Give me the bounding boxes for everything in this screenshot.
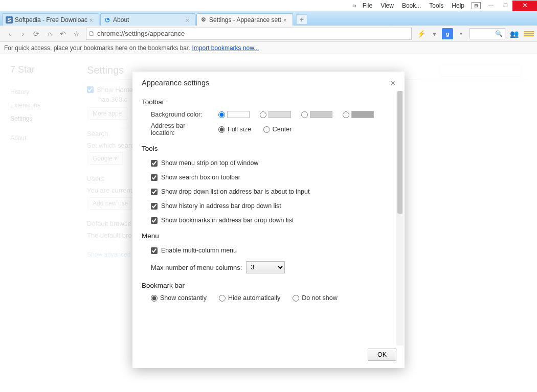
addrloc-label: Address bar location: (151, 122, 210, 136)
bgcolor-radio-2[interactable] (260, 111, 266, 118)
minimize-button[interactable]: — (484, 1, 498, 11)
addr-dropdown[interactable]: ▾ (428, 28, 440, 40)
scroll-thumb[interactable] (397, 91, 402, 214)
panel-icon[interactable]: ⊞ (472, 2, 481, 9)
bgcolor-radio-1[interactable] (218, 111, 225, 118)
tab-close-icon[interactable]: × (186, 17, 192, 23)
menu-help[interactable]: Help (448, 2, 468, 9)
addrloc-full-label: Full size (228, 126, 251, 133)
check-history-dd[interactable] (151, 203, 158, 210)
addrloc-center-radio[interactable] (263, 126, 270, 133)
addrloc-center-label: Center (273, 126, 292, 133)
menubar: » File View Book... Tools Help ⊞ (351, 2, 484, 9)
check-search-box[interactable] (151, 174, 158, 181)
bgcolor-label: Background color: (151, 111, 210, 118)
check-dropdown-input[interactable] (151, 189, 158, 195)
bgcolor-radio-3[interactable] (301, 111, 308, 118)
tab-about[interactable]: ◔ About × (100, 13, 195, 26)
modal-scrollbar[interactable] (396, 91, 404, 345)
favicon-gear-icon: ⚙ (200, 16, 207, 24)
check-bookmarks-dd[interactable] (151, 217, 158, 224)
menu-file[interactable]: File (359, 2, 376, 9)
check-enable-multicol[interactable] (151, 247, 158, 254)
menubar-overflow[interactable]: » (351, 2, 359, 9)
window-buttons: — ☐ ✕ (484, 1, 537, 11)
swatch-dark-icon (351, 111, 374, 118)
menu-bookmarks[interactable]: Book... (398, 2, 425, 9)
tab-softpedia[interactable]: S Softpedia - Free Downloac × (2, 13, 99, 26)
swatch-white-icon (227, 111, 250, 118)
check-menu-strip-label: Show menu strip on top of window (161, 159, 258, 167)
bookmark-heading: Bookmark bar (142, 282, 391, 289)
ok-button[interactable]: OK (368, 349, 396, 361)
menu-button[interactable] (524, 31, 534, 36)
appearance-modal: Appearance settings × Toolbar Background… (132, 72, 405, 368)
check-search-box-label: Show search box on toolbar (161, 174, 240, 181)
import-bookmarks-link[interactable]: Import bookmarks now... (192, 44, 259, 52)
users-icon[interactable]: 👥 (508, 28, 520, 40)
bgcolor-radio-4[interactable] (343, 111, 349, 118)
globe-icon: 🗋 (88, 30, 95, 37)
menu-heading: Menu (142, 232, 391, 240)
swatch-light-icon (268, 111, 291, 118)
undo-button[interactable]: ↶ (57, 28, 69, 40)
toolbar: ‹ › ⟳ ⌂ ↶ ☆ 🗋 ⚡ ▾ g ▾ 🔍 👥 (0, 26, 537, 42)
modal-body: Toolbar Background color: Address bar lo… (132, 90, 405, 344)
tab-title: About (113, 16, 184, 24)
addrloc-full-radio[interactable] (218, 126, 225, 133)
toolbar-heading: Toolbar (142, 98, 391, 106)
tabstrip: S Softpedia - Free Downloac × ◔ About × … (0, 11, 537, 26)
bm-hide-radio[interactable] (219, 295, 226, 302)
maximize-button[interactable]: ☐ (498, 1, 512, 11)
search-engine-dropdown[interactable]: ▾ (455, 28, 467, 40)
bm-show-radio[interactable] (151, 295, 158, 302)
menu-view[interactable]: View (376, 2, 398, 9)
bm-hide-label: Hide automatically (228, 294, 280, 302)
titlebar: » File View Book... Tools Help ⊞ — ☐ ✕ (0, 0, 537, 11)
tab-title: Softpedia - Free Downloac (15, 16, 87, 24)
tab-title: Settings - Appearance sett (209, 16, 281, 24)
check-enable-multicol-label: Enable multi-column menu (161, 247, 237, 254)
bm-none-label: Do not show (302, 294, 337, 302)
home-button[interactable]: ⌂ (43, 28, 56, 40)
bookmark-bar: For quick access, place your bookmarks h… (0, 42, 537, 54)
check-dropdown-input-label: Show drop down list on address bar is ab… (161, 188, 309, 195)
tab-settings[interactable]: ⚙ Settings - Appearance sett × (196, 13, 293, 26)
check-bookmarks-dd-label: Show bookmarks in address bar drop down … (161, 217, 294, 224)
favicon-softpedia-icon: S (6, 16, 13, 24)
search-icon: 🔍 (495, 30, 503, 37)
favicon-about-icon: ◔ (104, 16, 111, 24)
bolt-icon[interactable]: ⚡ (417, 30, 426, 38)
reload-button[interactable]: ⟳ (30, 28, 42, 40)
address-bar[interactable]: 🗋 (86, 28, 412, 40)
close-button[interactable]: ✕ (512, 1, 537, 11)
tools-heading: Tools (142, 145, 391, 152)
modal-close-icon[interactable]: × (391, 79, 395, 88)
newtab-button[interactable]: + (296, 14, 307, 25)
modal-title: Appearance settings (142, 79, 209, 87)
check-menu-strip[interactable] (151, 160, 158, 167)
check-history-dd-label: Show history in address bar drop down li… (161, 202, 281, 210)
searchbox[interactable]: 🔍 (469, 28, 505, 39)
back-button[interactable]: ‹ (4, 28, 16, 40)
google-search-button[interactable]: g (442, 28, 453, 39)
address-input[interactable] (97, 30, 409, 37)
bookmark-hint: For quick access, place your bookmarks h… (4, 44, 190, 52)
forward-button[interactable]: › (17, 28, 29, 40)
menu-tools[interactable]: Tools (425, 2, 448, 9)
bm-none-radio[interactable] (293, 295, 299, 302)
bm-show-label: Show constantly (160, 294, 207, 302)
tab-close-icon[interactable]: × (90, 17, 96, 23)
menu-cols-label: Max number of menu columns: (151, 264, 242, 271)
menu-cols-select[interactable]: 3 (246, 261, 285, 273)
tab-close-icon[interactable]: × (283, 17, 289, 23)
swatch-mid-icon (310, 111, 332, 118)
bgcolor-options (218, 111, 374, 118)
star-button[interactable]: ☆ (70, 28, 82, 40)
